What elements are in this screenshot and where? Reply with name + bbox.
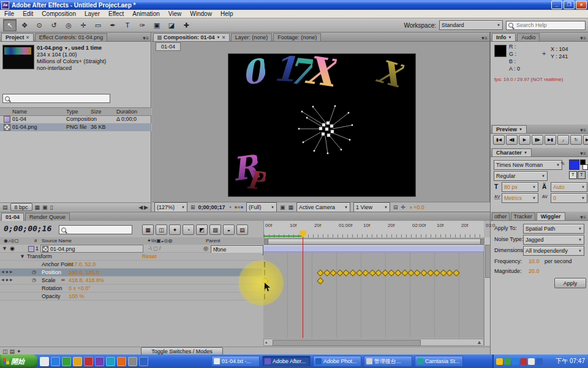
tray-icon-1[interactable]: [496, 358, 503, 365]
quicklaunch-icon-10[interactable]: [139, 357, 148, 366]
tab-layer[interactable]: Layer: (none): [231, 33, 273, 41]
tray-icon-6[interactable]: [536, 358, 543, 365]
fill-color-swatch[interactable]: [569, 159, 579, 170]
tab-character[interactable]: Character ▼: [492, 148, 532, 156]
bpc-button[interactable]: 8 bpc: [10, 203, 32, 211]
camera-tool[interactable]: ◎: [62, 19, 75, 31]
camera-dropdown[interactable]: Active Camera ▼: [296, 202, 350, 212]
layer-switches[interactable]: -\ ◻ /: [148, 245, 160, 251]
brush-tool[interactable]: ✑: [135, 19, 149, 31]
keyframe-nav-diamond-icon[interactable]: ◆: [6, 277, 9, 282]
position-keyframe[interactable]: [362, 269, 369, 276]
zoom-in-icon[interactable]: ▲: [477, 339, 482, 345]
font-size-dropdown[interactable]: 80 px ▼: [502, 182, 538, 192]
close-icon[interactable]: ×: [222, 34, 225, 40]
quicklaunch-icon-2[interactable]: [51, 357, 60, 366]
panel-menu-icon[interactable]: ▼≡: [576, 36, 588, 41]
fill-over-stroke-icon[interactable]: T: [569, 171, 577, 179]
snapshot-icon[interactable]: ◔: [228, 204, 232, 210]
timeline-search-input[interactable]: [68, 226, 130, 234]
layer-duration-bar[interactable]: [263, 245, 484, 252]
task-button-5[interactable]: Camtasia St...: [415, 356, 463, 367]
position-keyframe[interactable]: [349, 269, 356, 276]
project-row-01-04.png[interactable]: 01-04.pngPNG file36 KB: [0, 123, 151, 131]
minimize-button[interactable]: _: [551, 1, 562, 9]
tab-audio[interactable]: Audio: [517, 33, 540, 41]
property-name[interactable]: Opacity: [42, 293, 61, 299]
zoom-tool[interactable]: ⊙: [32, 19, 46, 31]
stopwatch-icon[interactable]: ◷: [32, 277, 36, 283]
visibility-eye-icon[interactable]: ◉: [10, 245, 15, 251]
zoom-out-icon[interactable]: ▴: [265, 340, 268, 345]
keyframe-nav-diamond-icon[interactable]: ◆: [6, 269, 9, 274]
task-button-2[interactable]: Adobe After...: [262, 356, 311, 367]
transparency-grid-icon[interactable]: ▦: [288, 204, 294, 210]
task-button-1[interactable]: 01-04.txt -...: [211, 356, 260, 367]
property-value[interactable]: 100 %: [69, 293, 85, 299]
scroll-right-icon[interactable]: ▶: [144, 204, 148, 210]
view-layout-dropdown[interactable]: 1 View ▼: [353, 202, 390, 212]
tab-project[interactable]: Project ×: [1, 33, 34, 41]
quicklaunch-icon-6[interactable]: [95, 357, 104, 366]
tray-icon-2[interactable]: [504, 358, 511, 365]
chevron-down-icon[interactable]: ▼: [217, 36, 221, 39]
property-value[interactable]: 160.0, 120.0: [69, 269, 99, 275]
hand-tool[interactable]: ✥: [18, 19, 31, 31]
tray-icon-4[interactable]: [520, 358, 527, 365]
work-area-bar[interactable]: [264, 239, 484, 245]
tab-composition[interactable]: Composition: 01-04 ▼ ×: [153, 33, 230, 41]
project-search[interactable]: [2, 94, 110, 103]
pixel-aspect-icon[interactable]: ⊟: [393, 204, 398, 210]
menu-window[interactable]: Window: [186, 10, 216, 17]
quicklaunch-icon-7[interactable]: [106, 357, 115, 366]
tracking-dropdown[interactable]: 0 ▼: [551, 193, 587, 203]
timeline-timecode[interactable]: 0;00;00;16: [4, 224, 51, 233]
twirl-open-icon[interactable]: ▼: [2, 245, 7, 251]
stroke-over-fill-icon[interactable]: T: [578, 171, 586, 179]
swap-color-swatch[interactable]: [582, 164, 588, 170]
layer-source-name[interactable]: 01-04.png: [40, 245, 143, 253]
keyframe-nav-prev-icon[interactable]: ◀: [1, 269, 4, 274]
start-button[interactable]: 開始: [0, 355, 38, 368]
panel-menu-icon[interactable]: ▼≡: [478, 36, 489, 41]
ram-preview-button[interactable]: ▶▶: [583, 135, 588, 145]
close-icon[interactable]: ×: [26, 34, 29, 40]
type-tool[interactable]: T: [121, 19, 134, 31]
comp-timecode[interactable]: 0;00;00;17: [198, 204, 225, 210]
quicklaunch-icon-4[interactable]: [73, 357, 82, 366]
menu-help[interactable]: Help: [216, 10, 238, 17]
next-frame-button[interactable]: ▮▶: [532, 135, 543, 145]
menu-animation[interactable]: Animation: [128, 10, 164, 17]
play-button[interactable]: ▶: [519, 135, 530, 145]
menu-file[interactable]: File: [0, 10, 18, 17]
keyframe-nav-prev-icon[interactable]: ◀: [1, 277, 4, 282]
quicklaunch-icon-1[interactable]: [40, 357, 49, 366]
column-size[interactable]: Size: [91, 109, 102, 115]
property-value[interactable]: 117.0, 52.0: [69, 261, 96, 267]
magnitude-value[interactable]: 20.0: [529, 268, 540, 274]
keyframe-nav-next-icon[interactable]: ▶: [10, 277, 13, 282]
noisetype-dropdown[interactable]: Jagged▼: [523, 235, 584, 245]
font-style-dropdown[interactable]: Regular ▼: [494, 171, 548, 181]
tab-footage[interactable]: Footage: (none): [273, 33, 321, 41]
column-source-name[interactable]: Source Name: [42, 238, 72, 243]
tab-effect-controls[interactable]: Effect Controls: 01-04.png: [35, 33, 107, 41]
column-type[interactable]: Type: [66, 109, 78, 115]
rotation-tool[interactable]: ↺: [47, 19, 61, 31]
position-keyframe[interactable]: [375, 269, 382, 276]
prev-frame-button[interactable]: ◀▮: [506, 135, 518, 145]
selection-tool[interactable]: ↖: [3, 19, 17, 31]
timeline-zoom-scrollbar[interactable]: ▴ ▲: [263, 339, 484, 346]
scroll-left-icon[interactable]: ◀: [138, 204, 143, 210]
font-family-dropdown[interactable]: Times New Roman ▼: [494, 160, 562, 170]
fast-previews-icon[interactable]: ✛: [401, 204, 406, 210]
panel-menu-icon[interactable]: ▼≡: [139, 36, 151, 41]
composition-viewer[interactable]: 017XXRP: [228, 53, 416, 197]
task-button-4[interactable]: 管理後台...: [364, 356, 412, 367]
pen-tool[interactable]: ✒: [106, 19, 119, 31]
last-frame-button[interactable]: ▶▮: [545, 135, 556, 145]
property-row-anchor-point[interactable]: Anchor Point117.0, 52.0: [0, 261, 262, 269]
position-keyframe[interactable]: [394, 269, 401, 276]
stopwatch-icon[interactable]: ◷: [32, 269, 36, 275]
safe-zones-icon[interactable]: ⊞: [190, 204, 195, 210]
